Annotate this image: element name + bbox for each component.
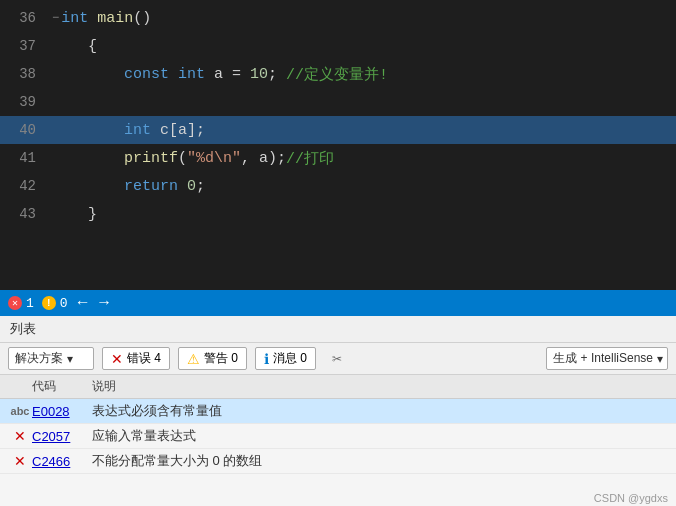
line-content: int c[a]; [48, 122, 205, 139]
code-line-43: 43 } [0, 200, 676, 228]
code-token [52, 122, 124, 139]
code-token [52, 150, 124, 167]
code-token: //打印 [286, 149, 334, 168]
code-token: printf [124, 150, 178, 167]
error-table-header: 代码 说明 [0, 375, 676, 399]
error-description: 应输入常量表达式 [92, 427, 668, 445]
line-number: 36 [0, 10, 48, 26]
code-token: main [97, 10, 133, 27]
error-code[interactable]: C2466 [32, 454, 92, 469]
build-chevron-icon: ▾ [657, 352, 663, 366]
info-badge-label: 消息 0 [273, 350, 307, 367]
error-row-icon: abc [8, 405, 32, 417]
code-token: 10 [250, 66, 268, 83]
line-number: 40 [0, 122, 48, 138]
code-token: ; [196, 178, 205, 195]
code-token: ( [178, 150, 187, 167]
code-token: a = [205, 66, 250, 83]
error-badge-icon: ✕ [111, 351, 123, 367]
error-row-icon: ✕ [8, 428, 32, 444]
error-row-icon: ✕ [8, 453, 32, 469]
line-number: 37 [0, 38, 48, 54]
error-icon: ✕ [14, 453, 26, 469]
code-token: c[a]; [151, 122, 205, 139]
warning-badge-icon: ⚠ [187, 351, 200, 367]
filter-icon: ✂ [332, 352, 342, 366]
code-token: "%d\n" [187, 150, 241, 167]
solution-chevron-icon: ▾ [67, 352, 73, 366]
code-line-42: 42 return 0; [0, 172, 676, 200]
status-error-count[interactable]: ✕ 1 [8, 296, 34, 311]
code-line-41: 41 printf("%d\n", a);//打印 [0, 144, 676, 172]
build-dropdown[interactable]: 生成 + IntelliSense ▾ [546, 347, 668, 370]
col-icon-header [8, 378, 32, 395]
nav-arrow-left[interactable]: ← [76, 294, 90, 312]
line-number: 41 [0, 150, 48, 166]
code-token: int [178, 66, 205, 83]
solution-dropdown[interactable]: 解决方案 ▾ [8, 347, 94, 370]
nav-arrow-right[interactable]: → [97, 294, 111, 312]
code-lines: 36−int main()37 {38 const int a = 10; //… [0, 0, 676, 228]
code-token [52, 178, 124, 195]
code-line-38: 38 const int a = 10; //定义变量并! [0, 60, 676, 88]
code-token: int [124, 122, 151, 139]
code-token: const [124, 66, 169, 83]
error-row[interactable]: ✕C2466不能分配常量大小为 0 的数组 [0, 449, 676, 474]
error-icon: ✕ [14, 428, 26, 444]
info-badge-btn[interactable]: ℹ 消息 0 [255, 347, 316, 370]
code-token: int [61, 10, 88, 27]
solution-label: 解决方案 [15, 350, 63, 367]
code-line-39: 39 [0, 88, 676, 116]
error-rows: abcE0028表达式必须含有常量值✕C2057应输入常量表达式✕C2466不能… [0, 399, 676, 475]
error-code[interactable]: E0028 [32, 404, 92, 419]
status-warning-count[interactable]: ! 0 [42, 296, 68, 311]
col-desc-header: 说明 [92, 378, 668, 395]
warning-dot-icon: ! [42, 296, 56, 310]
code-line-40: 40 int c[a]; [0, 116, 676, 144]
error-row[interactable]: abcE0028表达式必须含有常量值 [0, 399, 676, 424]
code-token [178, 178, 187, 195]
code-line-36: 36−int main() [0, 4, 676, 32]
editor-status-bar: ✕ 1 ! 0 ← → [0, 290, 676, 316]
csdn-watermark: CSDN @ygdxs [594, 492, 668, 504]
code-token: ; [268, 66, 286, 83]
code-token: , a); [241, 150, 286, 167]
col-code-header: 代码 [32, 378, 92, 395]
error-toolbar: 解决方案 ▾ ✕ 错误 4 ⚠ 警告 0 ℹ 消息 0 ✂ 生成 + Intel… [0, 343, 676, 375]
info-badge-icon: ℹ [264, 351, 269, 367]
error-panel-title: 列表 [0, 316, 676, 343]
error-description: 不能分配常量大小为 0 的数组 [92, 452, 668, 470]
code-token: //定义变量并! [286, 65, 388, 84]
code-token: } [52, 206, 97, 223]
warning-badge-label: 警告 0 [204, 350, 238, 367]
error-panel: 列表 解决方案 ▾ ✕ 错误 4 ⚠ 警告 0 ℹ 消息 0 ✂ 生成 + In… [0, 316, 676, 506]
code-token [169, 66, 178, 83]
code-token: () [133, 10, 151, 27]
code-token: 0 [187, 178, 196, 195]
editor-wrapper: 36−int main()37 {38 const int a = 10; //… [0, 0, 676, 316]
error-row[interactable]: ✕C2057应输入常量表达式 [0, 424, 676, 449]
build-label: 生成 + IntelliSense [553, 350, 653, 367]
filter-badge-btn[interactable]: ✂ [324, 350, 350, 368]
line-number: 39 [0, 94, 48, 110]
fold-icon[interactable]: − [52, 11, 59, 25]
code-token: return [124, 178, 178, 195]
code-token: { [52, 38, 97, 55]
error-row[interactable]: ✕C2133"c": 未知的大小 [0, 474, 676, 475]
error-code[interactable]: C2057 [32, 429, 92, 444]
code-line-37: 37 { [0, 32, 676, 60]
line-number: 43 [0, 206, 48, 222]
error-description: 表达式必须含有常量值 [92, 402, 668, 420]
line-content: { [48, 38, 97, 55]
line-content: const int a = 10; //定义变量并! [48, 65, 388, 84]
warning-badge-btn[interactable]: ⚠ 警告 0 [178, 347, 247, 370]
code-token [52, 66, 124, 83]
error-dot-icon: ✕ [8, 296, 22, 310]
line-number: 42 [0, 178, 48, 194]
error-badge-btn[interactable]: ✕ 错误 4 [102, 347, 170, 370]
line-content: return 0; [48, 178, 205, 195]
line-content: } [48, 206, 97, 223]
line-content: −int main() [48, 10, 151, 27]
line-content: printf("%d\n", a);//打印 [48, 149, 334, 168]
error-badge-label: 错误 4 [127, 350, 161, 367]
